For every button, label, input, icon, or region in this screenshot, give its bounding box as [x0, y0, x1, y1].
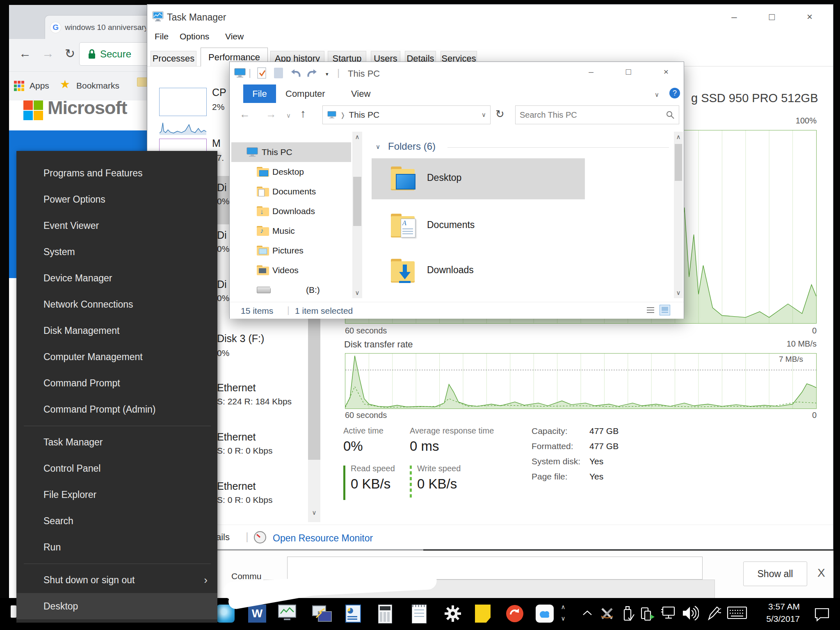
fe-tab-computer[interactable]: Computer [285, 89, 325, 99]
menu-item-computer-management[interactable]: Computer Management [16, 344, 217, 370]
fe-tree-scrollbar[interactable]: ∧ ∨ [352, 132, 362, 298]
usb-eject-icon[interactable] [621, 605, 635, 623]
open-resource-monitor-link[interactable]: Open Resource Monitor [273, 533, 373, 544]
tm-sidebar-cpu-tile[interactable] [159, 88, 207, 116]
help-icon[interactable]: ? [669, 88, 680, 98]
tm-ethernet2-label[interactable]: Ethernet [217, 480, 256, 492]
bookmarks-label[interactable]: Bookmarks [76, 81, 119, 91]
tm-fewer-details-clipped[interactable]: ails [216, 532, 230, 543]
network-display-icon[interactable] [660, 605, 677, 621]
fe-tab-file[interactable]: File [243, 84, 276, 103]
tree-item-downloads[interactable]: ↓ Downloads [231, 201, 351, 221]
scroll-down-icon[interactable]: ∨ [674, 289, 683, 297]
fe-address-bar[interactable]: ❭ This PC ∨ [322, 105, 491, 124]
breadcrumb[interactable]: This PC [349, 110, 379, 120]
menu-item-device-manager[interactable]: Device Manager [16, 265, 217, 291]
tree-item-desktop[interactable]: Desktop [231, 162, 351, 182]
menu-item-system[interactable]: System [16, 239, 217, 265]
scroll-up-icon[interactable]: ∧ [674, 133, 683, 141]
show-all-button[interactable]: Show all [743, 562, 807, 586]
menu-item-power-options[interactable]: Power Options [16, 186, 217, 212]
details-view-icon[interactable] [646, 306, 655, 315]
tree-item-music[interactable]: ♪ Music [231, 221, 351, 241]
fe-maximize-button[interactable]: □ [619, 67, 638, 77]
menu-item-file-explorer[interactable]: File Explorer [16, 482, 217, 508]
hidden-icons-chevron[interactable] [582, 609, 593, 616]
menu-item-command-prompt[interactable]: Command Prompt [16, 370, 217, 396]
tm-menu-file[interactable]: File [155, 32, 169, 41]
taskbar-scroll-up-icon[interactable]: ∧ [558, 604, 568, 610]
tm-tab-processes[interactable]: Processes [151, 51, 196, 66]
calculator-icon[interactable] [375, 604, 395, 623]
forward-icon[interactable]: → [42, 46, 54, 60]
file-tile-desktop[interactable]: Desktop [372, 158, 585, 199]
start-button-sliver[interactable] [11, 605, 16, 618]
group-header[interactable]: Folders (6) [388, 141, 436, 152]
fe-up-icon[interactable]: ↑ [300, 107, 306, 120]
menu-item-disk-management[interactable]: Disk Management [16, 317, 217, 344]
redo-icon[interactable] [306, 68, 318, 78]
chrome-tab[interactable]: G windows 10 anniversary [45, 16, 151, 39]
tm-ethernet0-label[interactable]: Ethernet [217, 382, 256, 394]
notepad-icon[interactable] [409, 604, 429, 623]
scroll-down-icon[interactable]: ∨ [308, 509, 320, 516]
sync-arrow-icon[interactable] [505, 604, 525, 623]
taskbar-scroll-down-icon[interactable]: ∨ [558, 615, 568, 621]
menu-item-task-manager[interactable]: Task Manager [16, 429, 217, 455]
menu-item-command-prompt-admin[interactable]: Command Prompt (Admin) [16, 396, 217, 422]
address-dropdown-icon[interactable]: ∨ [482, 111, 486, 119]
menu-item-shutdown[interactable]: Shut down or sign out › [16, 567, 217, 593]
fe-history-dropdown-icon[interactable]: ∨ [286, 112, 291, 119]
pen-icon[interactable] [705, 605, 721, 622]
settings-gear-icon[interactable] [443, 604, 463, 623]
tm-ethernet1-label[interactable]: Ethernet [217, 431, 256, 443]
file-tile-downloads[interactable]: Downloads [372, 251, 585, 292]
menu-item-network-connections[interactable]: Network Connections [16, 291, 217, 317]
apps-grid-icon[interactable] [14, 81, 24, 91]
scroll-up-icon[interactable]: ∧ [352, 133, 362, 141]
tm-menu-options[interactable]: Options [180, 32, 209, 41]
tree-item-this-pc[interactable]: This PC [231, 142, 351, 162]
tree-item-pictures[interactable]: Pictures [231, 241, 351, 260]
x-app-icon[interactable] [599, 605, 615, 622]
new-folder-icon[interactable] [274, 68, 283, 78]
scroll-down-icon[interactable]: ∨ [352, 289, 362, 297]
properties-check-icon[interactable] [257, 67, 267, 79]
group-collapse-icon[interactable]: ∨ [376, 143, 380, 151]
menu-item-event-viewer[interactable]: Event Viewer [16, 212, 217, 239]
menu-item-programs-and-features[interactable]: Programs and Features [16, 160, 217, 186]
fe-forward-icon[interactable]: → [266, 108, 276, 121]
ribbon-collapse-icon[interactable]: ∨ [655, 91, 659, 98]
tm-minimize-button[interactable]: – [725, 11, 744, 23]
search-icon[interactable] [666, 110, 675, 119]
tree-item-videos[interactable]: Videos [231, 260, 351, 280]
taskbar-clock[interactable]: 3:57 AM 5/3/2017 [748, 600, 800, 625]
tm-maximize-button[interactable]: □ [762, 11, 781, 23]
tree-item-documents[interactable]: Documents [231, 182, 351, 201]
file-tile-documents[interactable]: A Documents [372, 205, 585, 247]
tm-close-button[interactable]: × [800, 11, 819, 23]
tm-disk3-label[interactable]: Disk 3 (F:) [217, 333, 264, 345]
volume-icon[interactable] [682, 605, 699, 621]
menu-item-desktop[interactable]: Desktop [16, 593, 217, 619]
fe-minimize-button[interactable]: – [582, 67, 600, 77]
menu-item-control-panel[interactable]: Control Panel [16, 455, 217, 482]
fe-back-icon[interactable]: ← [240, 108, 250, 121]
fe-tab-view[interactable]: View [351, 89, 370, 99]
menu-item-run[interactable]: Run [16, 534, 217, 560]
report-doc-icon[interactable] [343, 604, 363, 623]
tree-item-drive-b[interactable]: (B:) [231, 280, 351, 300]
sticky-note-icon[interactable] [473, 604, 493, 623]
touch-keyboard-icon[interactable] [727, 605, 747, 620]
qat-dropdown-icon[interactable]: ▾ [326, 71, 329, 77]
fe-search-box[interactable]: Search This PC [515, 105, 679, 124]
performance-monitor-icon[interactable] [277, 604, 297, 623]
bookmark-star-icon[interactable]: ★ [60, 78, 70, 91]
thumbnail-view-icon[interactable] [660, 305, 670, 315]
fe-refresh-icon[interactable]: ↻ [495, 108, 504, 121]
fe-main-scrollbar[interactable]: ∧ ∨ [674, 132, 683, 298]
action-center-icon[interactable] [814, 607, 830, 622]
apps-label[interactable]: Apps [30, 81, 49, 91]
fe-close-button[interactable]: × [657, 67, 676, 77]
remote-desktop-icon[interactable] [311, 604, 331, 623]
